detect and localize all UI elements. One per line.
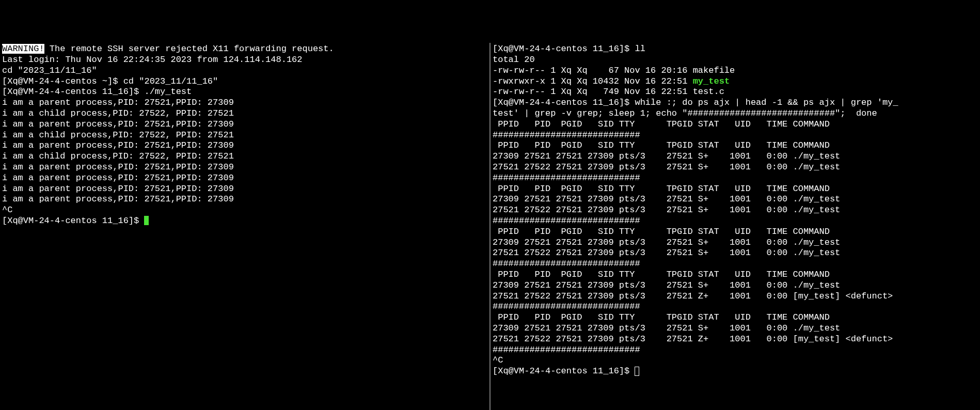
right-terminal[interactable]: [Xq@VM-24-4-centos 11_16]$ ll total 20 -… xyxy=(491,43,980,410)
split-container: WARNING! The remote SSH server rejected … xyxy=(0,43,980,410)
cursor xyxy=(144,216,149,225)
warning-label: WARNING! xyxy=(2,44,44,54)
left-terminal[interactable]: WARNING! The remote SSH server rejected … xyxy=(0,43,489,410)
executable-file: my_test xyxy=(693,76,730,86)
cursor xyxy=(635,367,639,376)
